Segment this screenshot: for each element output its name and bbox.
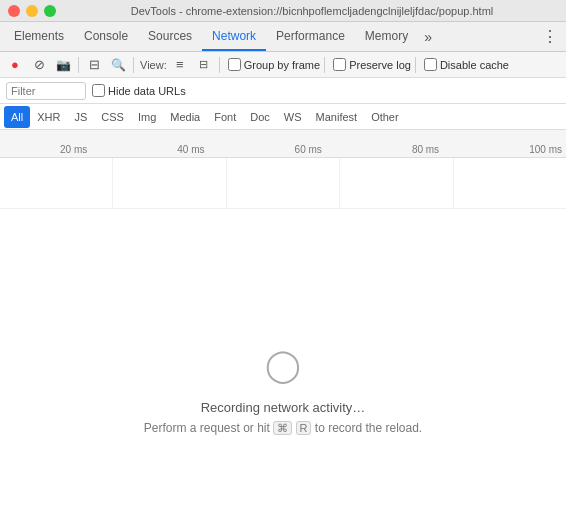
tab-performance[interactable]: Performance (266, 22, 355, 51)
recording-spinner-icon: ◯ (265, 346, 301, 384)
disable-cache-group: Disable cache (424, 58, 509, 71)
tab-console[interactable]: Console (74, 22, 138, 51)
type-tab-ws[interactable]: WS (277, 106, 309, 128)
hint-text-2: to record the reload. (311, 421, 422, 435)
tab-memory[interactable]: Memory (355, 22, 418, 51)
filter-row: Hide data URLs (0, 78, 566, 104)
group-by-frame-group: Group by frame (228, 58, 320, 71)
recording-text: Recording network activity… (201, 400, 366, 415)
disable-cache-label[interactable]: Disable cache (440, 59, 509, 71)
r-key: R (296, 421, 312, 435)
minimize-button[interactable] (26, 5, 38, 17)
group-by-frame-label[interactable]: Group by frame (244, 59, 320, 71)
tab-sources[interactable]: Sources (138, 22, 202, 51)
type-tab-manifest[interactable]: Manifest (309, 106, 365, 128)
type-tabs-row: All XHR JS CSS Img Media Font Doc WS Man… (0, 104, 566, 130)
preserve-log-group: Preserve log (333, 58, 411, 71)
main-tabs-row: Elements Console Sources Network Perform… (0, 22, 566, 52)
filter-input[interactable] (6, 82, 86, 100)
cmd-key: ⌘ (273, 421, 292, 435)
type-tab-font[interactable]: Font (207, 106, 243, 128)
type-tab-img[interactable]: Img (131, 106, 163, 128)
search-button[interactable]: 🔍 (107, 54, 129, 76)
window-controls (8, 5, 56, 17)
record-button[interactable]: ● (4, 54, 26, 76)
filter-button[interactable]: ⊟ (83, 54, 105, 76)
column-view-button[interactable]: ⊟ (193, 54, 215, 76)
tick-2: 40 ms (177, 144, 204, 155)
timeline-header: 20 ms 40 ms 60 ms 80 ms 100 ms (0, 130, 566, 158)
timeline-area (0, 158, 566, 209)
timeline-col-3 (227, 158, 340, 208)
timeline-col-2 (113, 158, 226, 208)
close-button[interactable] (8, 5, 20, 17)
separator-2 (133, 57, 134, 73)
recording-hint: Perform a request or hit ⌘ R to record t… (144, 421, 422, 435)
separator-1 (78, 57, 79, 73)
tick-3: 60 ms (295, 144, 322, 155)
view-label: View: (140, 59, 167, 71)
toolbar-row: ● ⊘ 📷 ⊟ 🔍 View: ≡ ⊟ Group by frame Prese… (0, 52, 566, 78)
disable-cache-checkbox[interactable] (424, 58, 437, 71)
timeline-col-1 (0, 158, 113, 208)
list-view-button[interactable]: ≡ (169, 54, 191, 76)
group-by-frame-checkbox[interactable] (228, 58, 241, 71)
stop-button[interactable]: ⊘ (28, 54, 50, 76)
hint-text-1: Perform a request or hit (144, 421, 273, 435)
type-tab-doc[interactable]: Doc (243, 106, 277, 128)
timeline-col-4 (340, 158, 453, 208)
separator-3 (219, 57, 220, 73)
preserve-log-checkbox[interactable] (333, 58, 346, 71)
type-tab-other[interactable]: Other (364, 106, 406, 128)
tabs-overflow-button[interactable]: » (418, 22, 438, 51)
hide-data-urls-label[interactable]: Hide data URLs (108, 85, 186, 97)
hide-data-urls-group: Hide data URLs (92, 84, 186, 97)
tick-4: 80 ms (412, 144, 439, 155)
type-tab-js[interactable]: JS (67, 106, 94, 128)
type-tab-xhr[interactable]: XHR (30, 106, 67, 128)
separator-4 (324, 57, 325, 73)
type-tab-all[interactable]: All (4, 106, 30, 128)
main-content: ◯ Recording network activity… Perform a … (0, 209, 566, 520)
window-title: DevTools - chrome-extension://bicnhpofle… (66, 5, 558, 17)
tick-5: 100 ms (529, 144, 562, 155)
timeline-col-5 (454, 158, 566, 208)
tabs-more-button[interactable]: ⋮ (534, 22, 566, 51)
hide-data-urls-checkbox[interactable] (92, 84, 105, 97)
preserve-log-label[interactable]: Preserve log (349, 59, 411, 71)
tick-1: 20 ms (60, 144, 87, 155)
timeline-ticks: 20 ms 40 ms 60 ms 80 ms 100 ms (60, 144, 562, 155)
screenshot-button[interactable]: 📷 (52, 54, 74, 76)
maximize-button[interactable] (44, 5, 56, 17)
title-bar: DevTools - chrome-extension://bicnhpofle… (0, 0, 566, 22)
tab-elements[interactable]: Elements (4, 22, 74, 51)
tab-network[interactable]: Network (202, 22, 266, 51)
separator-5 (415, 57, 416, 73)
type-tab-media[interactable]: Media (163, 106, 207, 128)
type-tab-css[interactable]: CSS (94, 106, 131, 128)
